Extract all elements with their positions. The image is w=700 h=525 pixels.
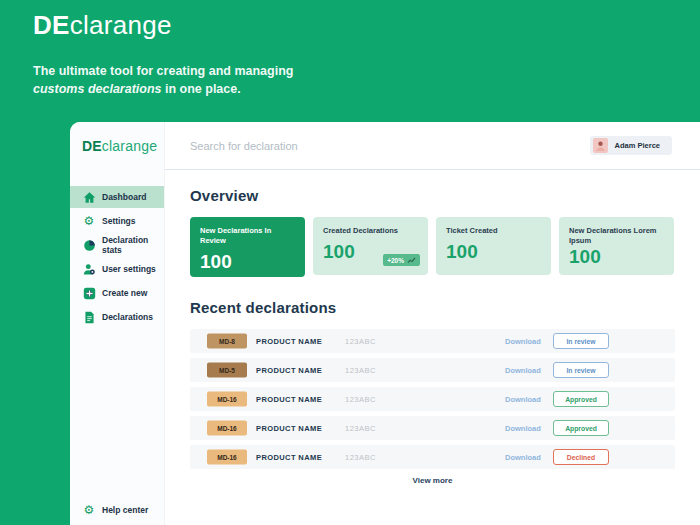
table-row[interactable]: MD-16 PRODUCT NAME 123ABC Download Appro… (190, 416, 675, 440)
sidebar-item-label: Dashboard (102, 192, 146, 202)
sidebar-item-help-center[interactable]: ⚙ Help center (82, 503, 148, 517)
sidebar-item-settings[interactable]: ⚙ Settings (70, 210, 164, 232)
sidebar-item-declarations[interactable]: Declarations (70, 306, 164, 328)
help-gear-icon: ⚙ (82, 503, 96, 517)
declaration-code: 123ABC (345, 424, 376, 433)
home-icon (82, 190, 96, 204)
sidebar-item-label: Settings (102, 216, 136, 226)
user-name: Adam Pierce (615, 141, 660, 150)
card-new-declarations-in-review[interactable]: New Declarations In Review 100 (190, 217, 305, 277)
avatar (593, 138, 608, 153)
product-name: PRODUCT NAME (256, 366, 322, 375)
declaration-id-badge: MD-16 (207, 450, 247, 465)
product-name: PRODUCT NAME (256, 424, 322, 433)
overview-cards: New Declarations In Review 100 Created D… (190, 217, 675, 277)
declaration-id-badge: MD-16 (207, 421, 247, 436)
recent-declarations-section: Recent declarations MD-8 PRODUCT NAME 12… (190, 299, 675, 485)
sidebar-item-declaration-stats[interactable]: Declaration stats (70, 234, 164, 256)
tagline-italic: customs declarations (33, 82, 162, 96)
hero-brand-logo: DEclarange (33, 10, 323, 41)
product-name: PRODUCT NAME (256, 395, 322, 404)
pie-chart-icon (82, 238, 96, 252)
card-value: 100 (569, 246, 664, 268)
tagline-rest: in one place. (162, 82, 241, 96)
card-new-declarations-lorem-ipsum[interactable]: New Declarations Lorem Ipsum 100 (559, 217, 674, 275)
declaration-id-badge: MD-5 (207, 363, 247, 378)
declaration-id-badge: MD-16 (207, 392, 247, 407)
product-name: PRODUCT NAME (256, 337, 322, 346)
view-more-link[interactable]: View more (190, 476, 675, 485)
sidebar-item-label: Create new (102, 288, 147, 298)
sidebar-brand-rest: clarange (102, 138, 157, 154)
hero-tagline: The ultimate tool for creating and manag… (33, 62, 323, 98)
card-created-declarations[interactable]: Created Declarations 100 +20% (313, 217, 428, 275)
product-name: PRODUCT NAME (256, 453, 322, 462)
declarations-table: MD-8 PRODUCT NAME 123ABC Download In rev… (190, 329, 675, 469)
overview-title: Overview (190, 187, 675, 204)
sidebar-brand-bold: DE (82, 138, 102, 154)
status-badge: Approved (553, 391, 609, 407)
content: Overview New Declarations In Review 100 … (165, 170, 700, 485)
status-badge: In review (553, 362, 609, 378)
declaration-code: 123ABC (345, 366, 376, 375)
declaration-code: 123ABC (345, 395, 376, 404)
gear-icon: ⚙ (82, 214, 96, 228)
declaration-code: 123ABC (345, 453, 376, 462)
help-center-label: Help center (102, 505, 148, 515)
hero-brand-rest: clarange (70, 10, 172, 40)
app-window: DEclarange Dashboard ⚙ Settings Declarat… (70, 122, 700, 525)
card-title: Created Declarations (323, 226, 418, 236)
table-row[interactable]: MD-16 PRODUCT NAME 123ABC Download Decli… (190, 445, 675, 469)
sidebar-brand-logo[interactable]: DEclarange (82, 138, 164, 154)
status-badge: Approved (553, 420, 609, 436)
download-link[interactable]: Download (505, 424, 541, 433)
topbar: Adam Pierce (165, 122, 700, 170)
sidebar-item-label: Declaration stats (102, 235, 164, 255)
user-gear-icon (82, 262, 96, 276)
plus-square-icon (82, 286, 96, 300)
growth-badge: +20% (383, 254, 420, 266)
card-title: New Declarations In Review (200, 226, 295, 246)
sidebar-item-create-new[interactable]: Create new (70, 282, 164, 304)
card-value: 100 (200, 251, 295, 273)
user-menu[interactable]: Adam Pierce (590, 136, 672, 155)
hero-brand-bold: DE (33, 10, 70, 40)
sidebar-item-label: Declarations (102, 312, 153, 322)
declaration-code: 123ABC (345, 337, 376, 346)
table-row[interactable]: MD-8 PRODUCT NAME 123ABC Download In rev… (190, 329, 675, 353)
sidebar-nav: Dashboard ⚙ Settings Declaration stats U… (70, 186, 164, 328)
sidebar-item-label: User settings (102, 264, 156, 274)
card-value: 100 (446, 241, 541, 263)
sidebar-item-dashboard[interactable]: Dashboard (70, 186, 164, 208)
declaration-id-badge: MD-8 (207, 334, 247, 349)
card-title: New Declarations Lorem Ipsum (569, 226, 659, 246)
status-badge: Declined (553, 449, 609, 465)
card-ticket-created[interactable]: Ticket Created 100 (436, 217, 551, 275)
sidebar: DEclarange Dashboard ⚙ Settings Declarat… (70, 122, 165, 525)
sidebar-item-user-settings[interactable]: User settings (70, 258, 164, 280)
download-link[interactable]: Download (505, 453, 541, 462)
status-badge: In review (553, 333, 609, 349)
hero: DEclarange The ultimate tool for creatin… (33, 10, 323, 98)
search-input[interactable] (190, 140, 590, 152)
card-title: Ticket Created (446, 226, 541, 236)
download-link[interactable]: Download (505, 366, 541, 375)
main-area: Adam Pierce Overview New Declarations In… (165, 122, 700, 525)
download-link[interactable]: Download (505, 337, 541, 346)
table-row[interactable]: MD-16 PRODUCT NAME 123ABC Download Appro… (190, 387, 675, 411)
recent-declarations-title: Recent declarations (190, 299, 675, 316)
tagline-line1: The ultimate tool for creating and manag… (33, 64, 293, 78)
document-icon (82, 310, 96, 324)
download-link[interactable]: Download (505, 395, 541, 404)
growth-value: +20% (387, 257, 404, 264)
trend-up-icon (407, 257, 416, 264)
table-row[interactable]: MD-5 PRODUCT NAME 123ABC Download In rev… (190, 358, 675, 382)
